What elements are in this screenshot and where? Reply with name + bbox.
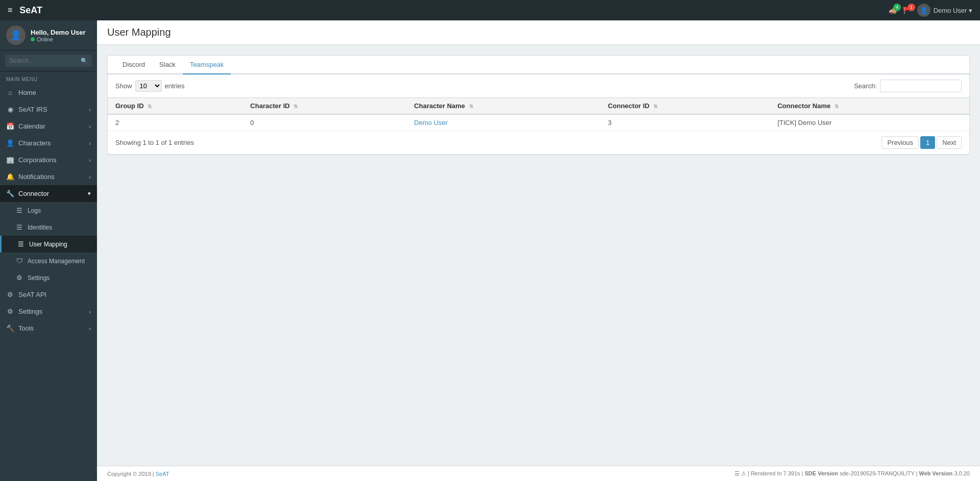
sort-icon: ⇅ bbox=[293, 104, 298, 109]
irs-icon: ◉ bbox=[6, 106, 14, 113]
col-header-connector-name[interactable]: Connector Name ⇅ bbox=[770, 98, 969, 115]
cell-character-name[interactable]: Demo User bbox=[406, 114, 600, 131]
notification-count-badge: 4 bbox=[893, 4, 901, 11]
sidebar-item-notifications[interactable]: 🔔 Notifications › bbox=[0, 168, 97, 185]
tab-slack[interactable]: Slack bbox=[152, 56, 183, 74]
chevron-right-icon: › bbox=[89, 107, 91, 113]
tab-bar: Discord Slack Teamspeak bbox=[108, 56, 969, 74]
table-search-input[interactable] bbox=[880, 80, 962, 92]
characters-icon: 👤 bbox=[6, 139, 14, 147]
user-mapping-table: Group ID ⇅ Character ID ⇅ Character Name… bbox=[108, 97, 969, 131]
tab-discord[interactable]: Discord bbox=[115, 56, 152, 74]
sidebar-item-calendar[interactable]: 📅 Calendar › bbox=[0, 118, 97, 135]
user-mapping-icon: ☰ bbox=[17, 240, 25, 248]
api-icon: ⚙ bbox=[6, 291, 14, 298]
previous-button[interactable]: Previous bbox=[881, 136, 919, 149]
sidebar-item-corporations[interactable]: 🏢 Corporations › bbox=[0, 151, 97, 168]
search-label: Search: bbox=[854, 82, 877, 90]
col-header-character-name[interactable]: Character Name ⇅ bbox=[406, 98, 600, 115]
sidebar-subitem-logs[interactable]: ☰ Logs bbox=[0, 202, 97, 219]
sidebar-item-connector[interactable]: 🔧 Connector ▾ bbox=[0, 185, 97, 202]
chevron-right-icon: › bbox=[89, 140, 91, 146]
cell-connector-name: [TICK] Demo User bbox=[770, 114, 969, 131]
sidebar-item-settings[interactable]: ⚙ Settings › bbox=[0, 303, 97, 320]
alert-count-badge: 1 bbox=[908, 4, 915, 11]
sidebar-subitem-access-management[interactable]: 🛡 Access Management bbox=[0, 252, 97, 269]
user-menu[interactable]: 👤 Demo User ▾ bbox=[917, 4, 972, 17]
sidebar-item-label: Tools bbox=[18, 324, 34, 332]
cell-connector-id: 3 bbox=[600, 114, 770, 131]
sidebar-item-tools[interactable]: 🔨 Tools › bbox=[0, 320, 97, 337]
main-card: Discord Slack Teamspeak Show 10 25 50 bbox=[107, 55, 970, 155]
sidebar-item-label: Notifications bbox=[18, 173, 55, 181]
online-dot bbox=[31, 37, 35, 41]
show-entries-control: Show 10 25 50 100 entries bbox=[115, 80, 185, 92]
sidebar-item-label: Corporations bbox=[18, 156, 56, 164]
gear-icon: ⚙ bbox=[6, 308, 14, 315]
chevron-right-icon: › bbox=[89, 309, 91, 315]
sidebar: 👤 Hello, Demo User Online 🔍 Main Menu ⌂ … bbox=[0, 20, 97, 481]
col-header-group-id[interactable]: Group ID ⇅ bbox=[108, 98, 242, 115]
sidebar-item-seat-irs[interactable]: ◉ SeAT IRS › bbox=[0, 101, 97, 118]
table-search-control: Search: bbox=[854, 80, 962, 92]
tab-teamspeak[interactable]: Teamspeak bbox=[183, 56, 231, 74]
sidebar-item-label: Calendar bbox=[18, 122, 45, 130]
sort-icon: ⇅ bbox=[835, 104, 839, 109]
page-title: User Mapping bbox=[107, 27, 970, 38]
sidebar-subitem-identities[interactable]: ☰ Identities bbox=[0, 219, 97, 236]
tools-icon: 🔨 bbox=[6, 324, 14, 332]
logs-icon: ☰ bbox=[15, 207, 23, 214]
table-controls: Show 10 25 50 100 entries Search: bbox=[108, 74, 969, 97]
sidebar-item-seat-api[interactable]: ⚙ SeAT API bbox=[0, 286, 97, 303]
sidebar-item-label: Home bbox=[18, 89, 36, 96]
entries-select[interactable]: 10 25 50 100 bbox=[135, 80, 162, 92]
chevron-right-icon: › bbox=[89, 174, 91, 180]
seat-link[interactable]: SeAT bbox=[156, 471, 169, 477]
app-title: SeAT bbox=[19, 5, 42, 16]
sidebar-subitem-user-mapping[interactable]: ☰ User Mapping bbox=[0, 236, 97, 252]
sidebar-item-label: User Mapping bbox=[29, 241, 67, 248]
avatar: 👤 bbox=[917, 4, 930, 17]
chevron-right-icon: › bbox=[89, 157, 91, 163]
search-input[interactable] bbox=[5, 55, 92, 67]
sidebar-subitem-connector-settings[interactable]: ⚙ Settings bbox=[0, 269, 97, 286]
content-header: User Mapping bbox=[97, 20, 980, 45]
cell-group-id: 2 bbox=[108, 114, 242, 131]
chevron-right-icon: › bbox=[89, 325, 91, 332]
calendar-icon: 📅 bbox=[6, 122, 14, 130]
sidebar-item-label: Access Management bbox=[28, 258, 85, 265]
sidebar-search-section: 🔍 bbox=[0, 50, 97, 71]
sort-icon: ⇅ bbox=[469, 104, 473, 109]
user-label: Demo User ▾ bbox=[934, 7, 972, 14]
sidebar-item-label: Settings bbox=[28, 274, 50, 282]
shield-icon: 🛡 bbox=[15, 257, 23, 265]
alert-flag-wrap[interactable]: 🚩 1 bbox=[903, 7, 911, 14]
sidebar-item-label: Logs bbox=[28, 207, 41, 214]
sidebar-section-label: Main Menu bbox=[0, 71, 97, 84]
sidebar-avatar: 👤 bbox=[6, 26, 26, 45]
page-1-button[interactable]: 1 bbox=[920, 136, 935, 149]
sidebar-user-section: 👤 Hello, Demo User Online bbox=[0, 20, 97, 50]
pagination: Previous 1 Next bbox=[881, 136, 962, 149]
settings-icon: ⚙ bbox=[15, 274, 23, 282]
next-button[interactable]: Next bbox=[937, 136, 962, 149]
notifications-icon: 🔔 bbox=[6, 173, 14, 181]
sidebar-item-label: Connector bbox=[18, 190, 49, 197]
table-row: 2 0 Demo User 3 [TICK] Demo User bbox=[108, 114, 969, 131]
notification-bell-wrap[interactable]: 🚚 4 bbox=[889, 7, 897, 14]
footer-info: ☰ ⚠ | Rendered In 7.391s | SDE Version s… bbox=[734, 470, 970, 477]
col-header-character-id[interactable]: Character ID ⇅ bbox=[242, 98, 406, 115]
sort-icon: ⇅ bbox=[148, 104, 152, 109]
footer: Copyright © 2019 | SeAT ☰ ⚠ | Rendered I… bbox=[97, 466, 980, 481]
sort-icon: ⇅ bbox=[653, 104, 657, 109]
cell-character-id: 0 bbox=[242, 114, 406, 131]
col-header-connector-id[interactable]: Connector ID ⇅ bbox=[600, 98, 770, 115]
corporations-icon: 🏢 bbox=[6, 156, 14, 164]
sidebar-item-label: SeAT API bbox=[18, 291, 46, 298]
sidebar-user-status: Online bbox=[31, 36, 86, 42]
sidebar-item-characters[interactable]: 👤 Characters › bbox=[0, 135, 97, 151]
identities-icon: ☰ bbox=[15, 223, 23, 231]
pagination-wrap: Showing 1 to 1 of 1 entries Previous 1 N… bbox=[108, 131, 969, 154]
sidebar-item-home[interactable]: ⌂ Home bbox=[0, 84, 97, 101]
hamburger-icon[interactable]: ≡ bbox=[8, 6, 12, 15]
